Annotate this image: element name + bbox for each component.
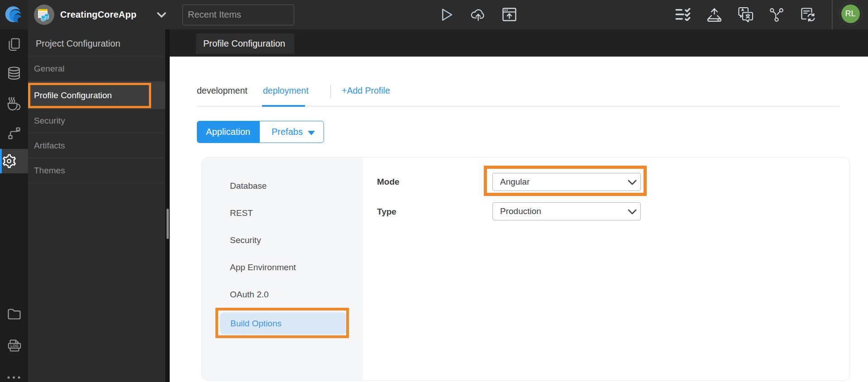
svg-text:LOG: LOG (10, 344, 19, 348)
